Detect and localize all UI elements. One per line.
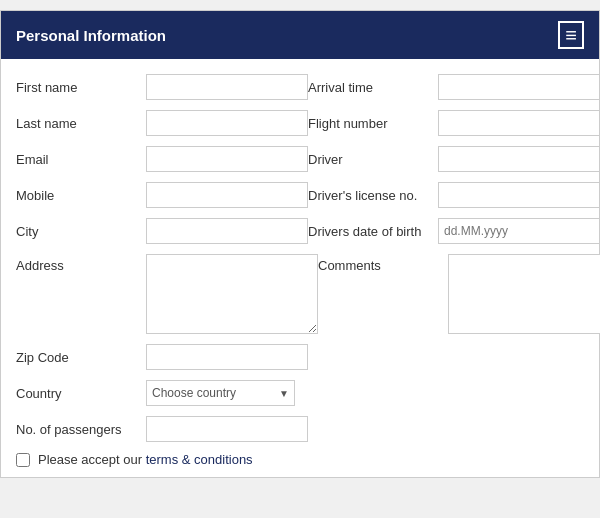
passengers-label: No. of passengers	[16, 422, 146, 437]
terms-label: Please accept our terms & conditions	[38, 452, 253, 467]
email-input[interactable]	[146, 146, 308, 172]
list-icon: ≡	[558, 21, 584, 49]
country-wrapper: Choose country ▼	[146, 380, 295, 406]
city-label: City	[16, 224, 146, 239]
driver-input[interactable]	[438, 146, 600, 172]
terms-text: Please accept our	[38, 452, 146, 467]
comments-input[interactable]	[448, 254, 600, 334]
row-country: Country Choose country ▼	[16, 380, 584, 406]
flight-number-label: Flight number	[308, 116, 438, 131]
arrival-time-col: Arrival time	[308, 74, 600, 100]
row-city-dob: City Drivers date of birth	[16, 218, 584, 244]
mobile-col: Mobile	[16, 182, 308, 208]
address-label: Address	[16, 254, 146, 273]
country-col: Country Choose country ▼	[16, 380, 295, 406]
zip-code-input[interactable]	[146, 344, 308, 370]
last-name-input[interactable]	[146, 110, 308, 136]
city-col: City	[16, 218, 308, 244]
row-zipcode: Zip Code	[16, 344, 584, 370]
arrival-time-label: Arrival time	[308, 80, 438, 95]
zip-code-label: Zip Code	[16, 350, 146, 365]
terms-row: Please accept our terms & conditions	[16, 452, 584, 467]
comments-col: Comments	[318, 254, 600, 334]
mobile-label: Mobile	[16, 188, 146, 203]
country-label: Country	[16, 386, 146, 401]
terms-link[interactable]: terms & conditions	[146, 452, 253, 467]
address-input[interactable]	[146, 254, 318, 334]
form-title: Personal Information	[16, 27, 166, 44]
row-address-comments: Address Comments	[16, 254, 584, 334]
form-body: First name Arrival time Last name Flight…	[1, 59, 599, 477]
drivers-license-col: Driver's license no.	[308, 182, 600, 208]
email-col: Email	[16, 146, 308, 172]
email-label: Email	[16, 152, 146, 167]
row-first-name-arrival: First name Arrival time	[16, 74, 584, 100]
row-email-driver: Email Driver	[16, 146, 584, 172]
terms-checkbox[interactable]	[16, 453, 30, 467]
dob-label: Drivers date of birth	[308, 224, 438, 239]
form-header: Personal Information ≡	[1, 11, 599, 59]
first-name-label: First name	[16, 80, 146, 95]
flight-number-input[interactable]	[438, 110, 600, 136]
last-name-col: Last name	[16, 110, 308, 136]
drivers-license-input[interactable]	[438, 182, 600, 208]
driver-col: Driver	[308, 146, 600, 172]
city-input[interactable]	[146, 218, 308, 244]
passengers-input[interactable]	[146, 416, 308, 442]
first-name-input[interactable]	[146, 74, 308, 100]
comments-label: Comments	[318, 254, 448, 273]
drivers-license-label: Driver's license no.	[308, 188, 438, 203]
address-col: Address	[16, 254, 318, 334]
country-select[interactable]: Choose country	[146, 380, 295, 406]
dob-col: Drivers date of birth	[308, 218, 600, 244]
arrival-time-input[interactable]	[438, 74, 600, 100]
dob-input[interactable]	[438, 218, 600, 244]
passengers-col: No. of passengers	[16, 416, 308, 442]
row-last-name-flight: Last name Flight number	[16, 110, 584, 136]
zip-code-col: Zip Code	[16, 344, 308, 370]
row-mobile-license: Mobile Driver's license no.	[16, 182, 584, 208]
first-name-col: First name	[16, 74, 308, 100]
last-name-label: Last name	[16, 116, 146, 131]
driver-label: Driver	[308, 152, 438, 167]
mobile-input[interactable]	[146, 182, 308, 208]
row-passengers: No. of passengers	[16, 416, 584, 442]
flight-number-col: Flight number	[308, 110, 600, 136]
form-container: Personal Information ≡ First name Arriva…	[0, 10, 600, 478]
